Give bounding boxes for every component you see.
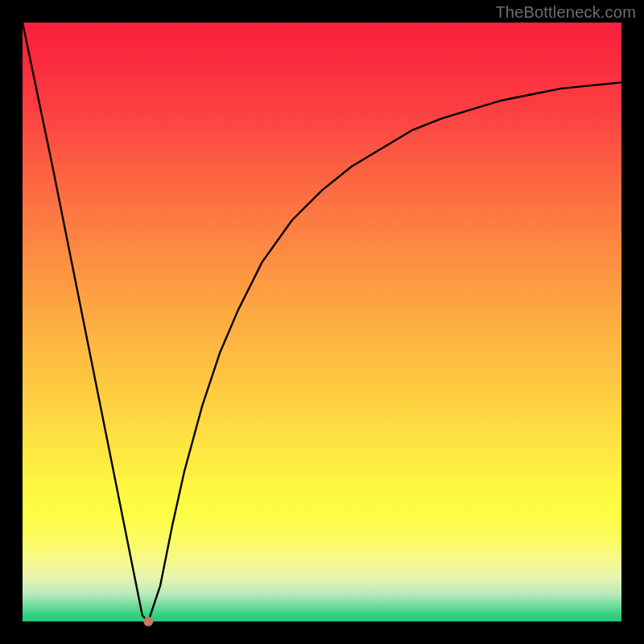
curve-layer: [23, 23, 621, 621]
watermark-text: TheBottleneck.com: [495, 3, 636, 22]
chart-frame: TheBottleneck.com: [0, 0, 644, 644]
bottleneck-curve: [23, 23, 621, 621]
plot-area: [23, 23, 621, 621]
optimal-point-marker: [143, 617, 153, 626]
